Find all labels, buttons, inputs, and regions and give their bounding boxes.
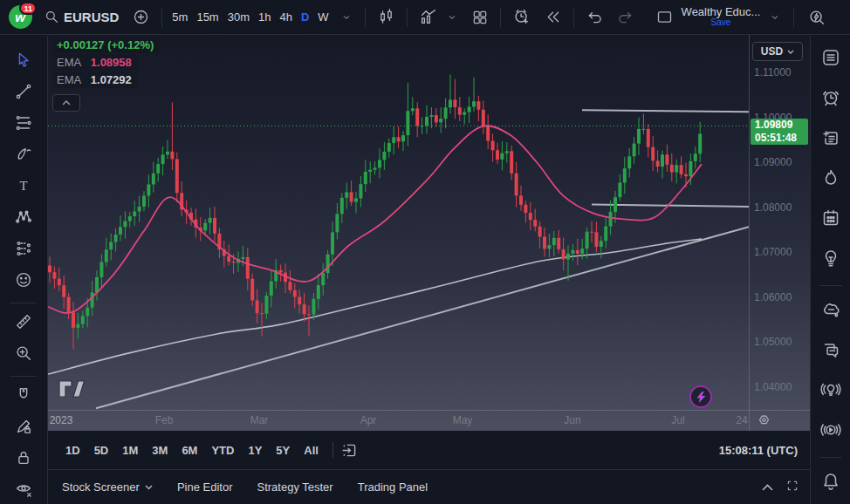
candle-body: [449, 99, 452, 107]
stock-screener-tab[interactable]: Stock Screener: [50, 480, 165, 494]
magnet-tool-button[interactable]: [9, 382, 38, 412]
calendar-panel-button[interactable]: [816, 205, 846, 235]
bar-replay-button[interactable]: [538, 5, 568, 30]
ema-fast-line[interactable]: [48, 126, 702, 313]
price-chart-canvas[interactable]: [48, 35, 810, 431]
ema-fast-value: 1.08958: [91, 56, 132, 69]
lock-all-drawings-tool-button[interactable]: [9, 445, 38, 474]
hotlists-panel-button[interactable]: [816, 165, 846, 194]
save-layout-button[interactable]: Wealthy Educ... Save: [680, 7, 763, 28]
emoji-tool-button[interactable]: [9, 267, 38, 296]
candle-body: [406, 111, 409, 135]
currency-selector[interactable]: USD: [752, 42, 803, 61]
plot-area[interactable]: [48, 75, 749, 409]
candle-body: [364, 172, 367, 184]
range-5y-button[interactable]: 5Y: [270, 440, 296, 460]
horizontal-segment[interactable]: [582, 110, 749, 112]
candle-body: [600, 241, 603, 247]
range-ytd-button[interactable]: YTD: [205, 440, 240, 460]
range-6m-button[interactable]: 6M: [175, 440, 203, 460]
lightning-boost-badge[interactable]: [689, 385, 712, 408]
fib-retracement-tool-button[interactable]: [9, 110, 38, 140]
timeframe-1h[interactable]: 1h: [254, 5, 275, 30]
go-to-date-button[interactable]: [340, 441, 359, 460]
legend-change-row[interactable]: +0.00127 (+0.12%): [52, 37, 160, 53]
current-time-utc[interactable]: 15:08:11 (UTC): [719, 444, 798, 457]
range-1m-button[interactable]: 1M: [116, 440, 144, 460]
timeframe-group: 5m 15m 30m 1h 4h D W: [168, 5, 359, 30]
panel-expand-chevron-button[interactable]: [762, 480, 773, 494]
layout-rect-icon[interactable]: [649, 5, 680, 30]
notification-count-badge: 11: [19, 2, 37, 15]
candle-body: [515, 174, 518, 195]
watchlist-panel-button[interactable]: [816, 44, 846, 74]
journal-plus-panel-button[interactable]: [816, 125, 846, 154]
chats-panel-button[interactable]: [816, 337, 846, 366]
timeframe-5m[interactable]: 5m: [168, 5, 192, 30]
range-1y-button[interactable]: 1Y: [242, 440, 268, 460]
user-menu-button[interactable]: w 11: [0, 5, 40, 29]
cursor-tool-button[interactable]: [9, 47, 38, 77]
create-alert-button[interactable]: [506, 5, 538, 30]
timeframe-4h[interactable]: 4h: [275, 5, 296, 30]
timeframe-30m[interactable]: 30m: [223, 5, 254, 30]
zoom-in-tool-button[interactable]: [9, 340, 38, 370]
alerts-panel-button[interactable]: [816, 85, 846, 114]
chart-area[interactable]: +0.00127 (+0.12%) EMA 1.08958 EMA 1.0729…: [48, 35, 810, 431]
candle-body: [317, 285, 320, 299]
candle-body: [232, 262, 236, 262]
ema-slow-line[interactable]: [48, 239, 702, 374]
brush-tool-button[interactable]: [9, 141, 38, 171]
undo-button[interactable]: [579, 5, 610, 30]
hide-all-drawings-icon: [14, 480, 33, 502]
timeframe-menu-chevron-icon[interactable]: [333, 5, 360, 30]
text-tool-button[interactable]: T: [9, 173, 38, 202]
legend-collapse-button[interactable]: [52, 94, 80, 112]
live-panel-button[interactable]: [816, 417, 846, 446]
ruler-tool-button[interactable]: [9, 309, 38, 338]
chart-style-button[interactable]: [371, 5, 401, 30]
ascending-trendline[interactable]: [96, 227, 749, 408]
range-all-button[interactable]: All: [298, 440, 325, 460]
price-axis[interactable]: USD 1.110001.100001.090001.080001.070001…: [750, 35, 810, 410]
price-tick-label: 1.08000: [754, 201, 792, 214]
candle-body: [147, 184, 150, 195]
indicators-chevron-icon[interactable]: [439, 5, 465, 30]
range-3m-button[interactable]: 3M: [146, 440, 174, 460]
drawing-mode-tool-button[interactable]: [9, 413, 38, 443]
timeframe-1d-active[interactable]: D: [297, 5, 313, 30]
compare-add-button[interactable]: [126, 5, 156, 30]
streams-panel-button[interactable]: [816, 377, 846, 406]
legend-ema-slow-row[interactable]: EMA 1.07292: [52, 72, 138, 88]
trend-line-tool-button[interactable]: [9, 78, 38, 108]
candle-body: [256, 301, 259, 314]
redo-button[interactable]: [610, 5, 641, 30]
axis-settings-gear-icon[interactable]: [757, 413, 771, 431]
candle-body: [594, 232, 598, 247]
candle-body: [86, 308, 89, 317]
timeframe-15m[interactable]: 15m: [192, 5, 223, 30]
forecast-tool-button[interactable]: [9, 235, 38, 265]
range-5d-button[interactable]: 5D: [88, 440, 115, 460]
strategy-tester-tab[interactable]: Strategy Tester: [244, 480, 345, 494]
time-axis[interactable]: 2023FebMarAprMayJunJul24: [48, 411, 810, 431]
notifications-panel-button[interactable]: [816, 468, 846, 498]
xabcd-pattern-tool-button[interactable]: [9, 204, 38, 234]
lock-all-drawings-icon: [14, 448, 33, 471]
layout-menu-chevron-icon[interactable]: [762, 5, 788, 30]
drawing-toolbar: T: [0, 36, 48, 504]
symbol-search-button[interactable]: EURUSD: [40, 9, 126, 25]
panel-maximize-button[interactable]: [785, 479, 799, 495]
timeframe-1w[interactable]: W: [313, 5, 332, 30]
legend-ema-fast-row[interactable]: EMA 1.08958: [52, 54, 138, 71]
pine-editor-tab[interactable]: Pine Editor: [165, 480, 245, 494]
candle-body: [91, 292, 94, 307]
quick-search-button[interactable]: [801, 5, 833, 30]
hide-all-drawings-tool-button[interactable]: [9, 476, 38, 504]
candle-body: [288, 282, 291, 289]
range-1d-button[interactable]: 1D: [59, 440, 86, 460]
trading-panel-tab[interactable]: Trading Panel: [346, 480, 440, 494]
chat-cloud-panel-button[interactable]: [816, 296, 846, 326]
ideas-panel-button[interactable]: [816, 245, 846, 275]
layout-grid-button[interactable]: [465, 5, 495, 30]
